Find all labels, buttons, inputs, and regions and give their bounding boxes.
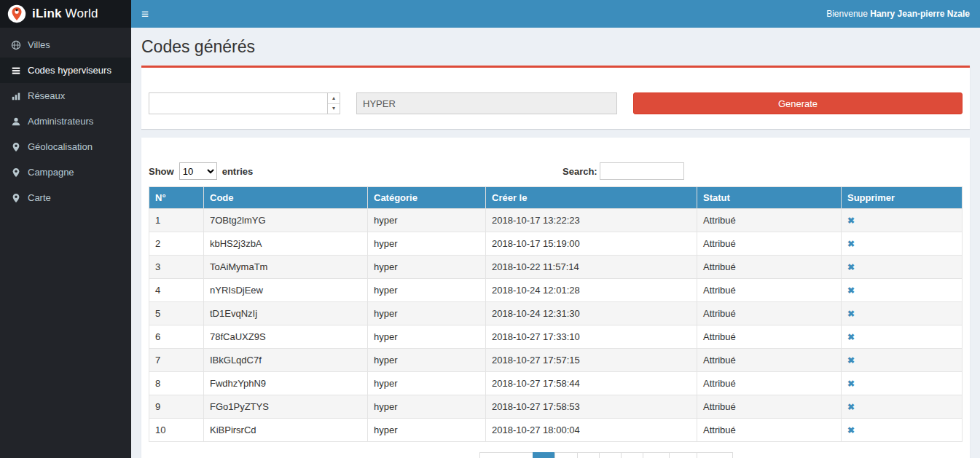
cell-code: 78fCaUXZ9S: [204, 325, 368, 349]
category-input[interactable]: [356, 92, 617, 114]
cell-delete: ✖: [842, 419, 963, 442]
sidebar-item-villes[interactable]: Villes: [0, 32, 131, 58]
cell-delete: ✖: [842, 325, 963, 349]
column-header-delete[interactable]: Supprimer: [842, 187, 963, 209]
cell-created: 2018-10-27 17:58:53: [486, 395, 697, 419]
delete-icon[interactable]: ✖: [847, 285, 855, 296]
page-length-select[interactable]: 10: [179, 162, 217, 180]
quantity-input[interactable]: [149, 92, 340, 114]
show-label: Show: [149, 166, 174, 177]
pagination-22[interactable]: 22: [669, 452, 697, 458]
cell-created: 2018-10-22 11:57:14: [486, 256, 697, 279]
sidebar-item-label: Codes hyperviseurs: [28, 65, 111, 76]
cell-created: 2018-10-27 17:57:15: [486, 349, 697, 372]
search-label: Search:: [562, 166, 597, 177]
column-header-status[interactable]: Statut: [697, 187, 842, 209]
spinner-down-icon[interactable]: ▾: [328, 104, 340, 114]
sidebar-item-campagne[interactable]: Campagne: [0, 159, 131, 185]
generate-button[interactable]: Generate: [633, 92, 963, 114]
cell-category: hyper: [368, 302, 486, 325]
delete-icon[interactable]: ✖: [847, 402, 855, 412]
cell-code: 7OBtg2lmYG: [204, 209, 368, 232]
table-row: 1 7OBtg2lmYG hyper 2018-10-17 13:22:23 A…: [149, 209, 963, 232]
sidebar-toggle-icon[interactable]: ≡: [141, 8, 149, 20]
sidebar-item-codes-hyperviseurs[interactable]: Codes hyperviseurs: [0, 58, 131, 83]
table-row: 10 KiBPirsrCd hyper 2018-10-27 18:00:04 …: [149, 419, 963, 442]
pagination-3[interactable]: 3: [577, 452, 600, 458]
table-row: 2 kbHS2j3zbA hyper 2018-10-17 15:19:00 A…: [149, 232, 963, 256]
cell-delete: ✖: [842, 232, 963, 256]
sidebar-menu: VillesCodes hyperviseursRéseauxAdministr…: [0, 28, 131, 210]
pagination-ellipsis: …: [643, 452, 670, 458]
pin-icon: [11, 167, 21, 178]
table-row: 9 FGo1PyZTYS hyper 2018-10-27 17:58:53 A…: [149, 395, 963, 419]
pagination-next[interactable]: Next: [697, 452, 734, 458]
cell-category: hyper: [368, 232, 486, 256]
sidebar-item-reseaux[interactable]: Réseaux: [0, 83, 131, 108]
sidebar-item-label: Campagne: [28, 167, 74, 178]
cell-code: ToAiMymaTm: [204, 256, 368, 279]
cell-created: 2018-10-27 18:00:04: [486, 419, 697, 442]
column-header-category[interactable]: Catégorie: [368, 187, 486, 209]
cell-created: 2018-10-24 12:31:30: [486, 302, 697, 325]
table-row: 6 78fCaUXZ9S hyper 2018-10-27 17:33:10 A…: [149, 325, 963, 349]
globe-icon: [11, 40, 21, 50]
delete-icon[interactable]: ✖: [847, 355, 855, 366]
cell-num: 7: [149, 349, 204, 372]
sidebar-item-administrateurs[interactable]: Administrateurs: [0, 108, 131, 134]
list-icon: [11, 66, 21, 76]
cell-delete: ✖: [842, 395, 963, 419]
pagination-1[interactable]: 1: [533, 452, 555, 458]
cell-category: hyper: [368, 279, 486, 302]
cell-status: Attribué: [697, 395, 842, 419]
pagination-previous[interactable]: Previous: [479, 452, 534, 458]
brand[interactable]: iLink World: [0, 0, 131, 28]
cell-status: Attribué: [697, 209, 842, 232]
cell-status: Attribué: [697, 325, 842, 349]
cell-created: 2018-10-27 17:58:44: [486, 372, 697, 395]
delete-icon[interactable]: ✖: [847, 262, 855, 272]
spinner-up-icon[interactable]: ▴: [328, 93, 340, 104]
delete-icon[interactable]: ✖: [847, 216, 855, 226]
cell-created: 2018-10-27 17:33:10: [486, 325, 697, 349]
delete-icon[interactable]: ✖: [847, 425, 855, 435]
delete-icon[interactable]: ✖: [847, 239, 855, 249]
search-input[interactable]: [600, 162, 684, 180]
content-header: Codes générés: [131, 28, 980, 57]
pagination-4[interactable]: 4: [599, 452, 622, 458]
cell-num: 3: [149, 256, 204, 279]
table-row: 5 tD1EvqNzIj hyper 2018-10-24 12:31:30 A…: [149, 302, 963, 325]
table-header-row: N° Code Catégorie Créer le Statut Suppri…: [149, 187, 963, 209]
generator-panel: ▴▾ Generate: [141, 66, 970, 129]
cell-num: 6: [149, 325, 204, 349]
cell-created: 2018-10-17 13:22:23: [486, 209, 697, 232]
cell-num: 4: [149, 279, 204, 302]
sidebar-item-label: Carte: [28, 192, 51, 203]
cell-num: 5: [149, 302, 204, 325]
app-logo-icon: [7, 4, 26, 23]
cell-code: nYRIsDjEew: [204, 279, 368, 302]
pagination-2[interactable]: 2: [554, 452, 577, 458]
pagination-5[interactable]: 5: [621, 452, 643, 458]
column-header-created[interactable]: Créer le: [486, 187, 697, 209]
column-header-code[interactable]: Code: [204, 187, 368, 209]
entries-label: entries: [222, 166, 254, 177]
delete-icon[interactable]: ✖: [847, 379, 855, 389]
delete-icon[interactable]: ✖: [847, 332, 855, 342]
page-title: Codes générés: [141, 37, 970, 57]
cell-category: hyper: [368, 325, 486, 349]
cell-status: Attribué: [697, 279, 842, 302]
delete-icon[interactable]: ✖: [847, 309, 855, 319]
sidebar-item-geolocalisation[interactable]: Géolocalisation: [0, 134, 131, 159]
navbar: ≡ Bienvenue Hanry Jean-pierre Nzale: [131, 0, 980, 28]
column-header-num[interactable]: N°: [149, 187, 204, 209]
cell-delete: ✖: [842, 279, 963, 302]
sidebar-item-carte[interactable]: Carte: [0, 185, 131, 210]
generator-form: ▴▾ Generate: [149, 92, 963, 114]
sidebar-item-label: Géolocalisation: [28, 141, 93, 152]
cell-code: tD1EvqNzIj: [204, 302, 368, 325]
quantity-spinner: ▴▾: [327, 93, 340, 114]
cell-num: 10: [149, 419, 204, 442]
table-footer: Showing 1 to 10 of 218 entries Previous1…: [149, 452, 963, 458]
user-name: Hanry Jean-pierre Nzale: [870, 9, 970, 19]
